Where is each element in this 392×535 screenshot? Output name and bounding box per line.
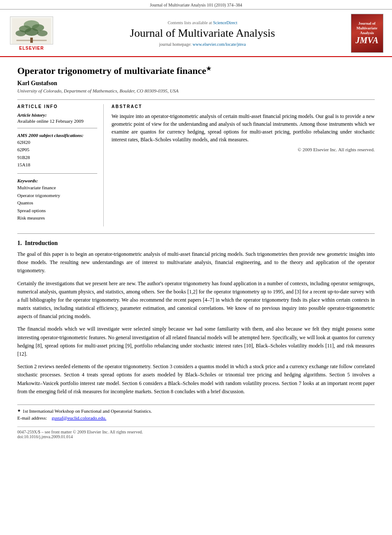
elsevier-logo-image	[10, 16, 53, 45]
copyright-line: © 2009 Elsevier Inc. All rights reserved…	[112, 147, 375, 152]
divider-info-2	[17, 173, 97, 174]
section-1-para-3: The financial models which we will inves…	[17, 325, 375, 358]
keyword-5: Risk measures	[17, 214, 97, 222]
svg-point-4	[16, 30, 26, 36]
footnote-workshop: ★ 1st International Workshop on Function…	[17, 408, 375, 414]
section-1-title: 1. Introduction	[17, 240, 375, 247]
ams-label: AMS 2000 subject classifications:	[17, 133, 97, 138]
ams-code-2: 62P05	[17, 146, 97, 154]
divider-info-1	[17, 128, 97, 128]
main-content: Operator trigonometry of multivariate fi…	[0, 57, 392, 448]
svg-point-5	[25, 28, 38, 36]
journal-header: ELSEVIER Contents lists available at Sci…	[0, 10, 392, 57]
journal-citation: Journal of Multivariate Analysis 101 (20…	[0, 0, 392, 10]
author-affiliation: University of Colorado, Department of Ma…	[17, 88, 375, 93]
article-title: Operator trigonometry of multivariate fi…	[17, 65, 375, 77]
svg-rect-8	[16, 40, 47, 41]
ams-code-3: 91B28	[17, 154, 97, 162]
journal-homepage-link[interactable]: www.elsevier.com/locate/jmva	[193, 42, 246, 47]
sciencedirect-info: Contents lists available at ScienceDirec…	[60, 20, 345, 25]
sciencedirect-link[interactable]: ScienceDirect	[213, 20, 237, 25]
ams-codes: 62H20 62P05 91B28 15A18	[17, 139, 97, 169]
keyword-3: Quantos	[17, 199, 97, 207]
thumb-abbr: JMVA	[356, 35, 379, 45]
keyword-1: Multivariate finance	[17, 184, 97, 192]
article-info-header: Article Info	[17, 104, 97, 109]
journal-cover-thumbnail: Journal ofMultivariateAnalysis JMVA	[351, 14, 383, 53]
section-1-para-2: Certainly the investigations that we pre…	[17, 280, 375, 321]
issn-line: 0047-259X/$ – see front matter © 2009 El…	[17, 430, 375, 434]
footnote-email-link[interactable]: gustaf@euclid.colorado.edu.	[51, 415, 106, 420]
footnote-email: E-mail address: gustaf@euclid.colorado.e…	[17, 415, 375, 420]
footnote-section: ★ 1st International Workshop on Function…	[17, 404, 375, 420]
ams-code-1: 62H20	[17, 139, 97, 146]
bottom-bar: 0047-259X/$ – see front matter © 2009 El…	[17, 427, 375, 439]
ams-code-4: 15A18	[17, 161, 97, 169]
svg-point-6	[37, 30, 48, 36]
keyword-4: Spread options	[17, 207, 97, 215]
page: Journal of Multivariate Analysis 101 (20…	[0, 0, 392, 535]
elsevier-label: ELSEVIER	[19, 46, 44, 51]
keywords-list: Multivariate finance Operator trigonomet…	[17, 184, 97, 222]
article-history-group: Article history: Available online 12 Feb…	[17, 112, 97, 124]
ams-group: AMS 2000 subject classifications: 62H20 …	[17, 133, 97, 169]
elsevier-tree-icon	[12, 18, 51, 44]
abstract-text: We inquire into an operator-trigonometri…	[112, 112, 375, 143]
divider-2	[17, 233, 375, 234]
doi-line: doi:10.1016/j.jmva.2009.01.014	[17, 434, 375, 439]
elsevier-logo: ELSEVIER	[8, 16, 55, 51]
journal-name: Journal of Multivariate Analysis	[60, 27, 345, 40]
article-info-column: Article Info Article history: Available …	[17, 104, 104, 226]
section-1-para-4: Section 2 reviews needed elements of the…	[17, 363, 375, 396]
journal-homepage: journal homepage: www.elsevier.com/locat…	[60, 42, 345, 47]
keywords-group: Keywords: Multivariate finance Operator …	[17, 178, 97, 222]
article-history-label: Article history:	[17, 112, 97, 118]
journal-title-center: Contents lists available at ScienceDirec…	[60, 20, 345, 47]
article-columns: Article Info Article history: Available …	[17, 104, 375, 226]
keywords-label: Keywords:	[17, 178, 97, 183]
journal-thumbnail: Journal ofMultivariateAnalysis JMVA	[350, 14, 384, 53]
author-name: Karl Gustafson	[17, 80, 375, 87]
section-1-para-1: The goal of this paper is to begin an op…	[17, 250, 375, 275]
footnote-star-symbol: ★	[17, 408, 21, 413]
abstract-column: Abstract We inquire into an operator-tri…	[112, 104, 375, 226]
article-history-value: Available online 12 February 2009	[17, 118, 83, 124]
divider-1	[17, 99, 375, 100]
thumb-journal-title: Journal ofMultivariateAnalysis	[357, 21, 378, 35]
keyword-2: Operator trigonometry	[17, 192, 97, 200]
abstract-header: Abstract	[112, 104, 375, 109]
